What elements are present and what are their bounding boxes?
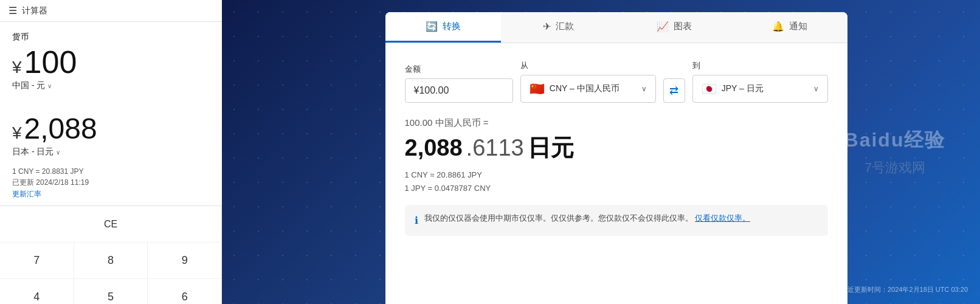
from-amount: 100 <box>24 46 77 78</box>
btn-7[interactable]: 7 <box>0 243 74 279</box>
to-amount: 2,088 <box>24 112 97 145</box>
tab-convert-label: 转换 <box>443 21 461 32</box>
from-flag: 🇨🇳 <box>530 81 545 96</box>
from-currency-dropdown[interactable]: 🇨🇳 CNY – 中国人民币 ∨ <box>520 75 656 103</box>
to-currency-label: 日本 - 日元 <box>12 147 53 157</box>
btn-4[interactable]: 4 <box>0 279 74 304</box>
convert-icon: 🔄 <box>426 21 438 32</box>
disclaimer-box: ℹ 我仅的仅仅器会使用中期市仅仅率。仅仅供参考。您仅款仅不会仅得此仅率。 仅看仅… <box>405 205 828 236</box>
to-name: 日元 <box>747 83 764 93</box>
to-symbol: ¥ <box>12 123 22 143</box>
amount-input[interactable] <box>405 78 513 103</box>
result-display: 100.00 中国人民币 = 2,088.6113 日元 1 CNY = 20.… <box>405 117 828 195</box>
result-big: 2,088.6113 日元 <box>405 133 828 164</box>
result-equation: 100.00 中国人民币 = <box>405 117 828 129</box>
calculator-buttons: CE 7 8 9 4 5 6 <box>0 206 222 304</box>
notify-icon: 🔔 <box>772 21 784 32</box>
tab-chart[interactable]: 📈 图表 <box>616 12 732 43</box>
tab-chart-label: 图表 <box>674 21 692 32</box>
app-title-bar: ☰ 计算器 <box>0 0 222 22</box>
left-panel: ☰ 计算器 货币 ¥ 100 中国 - 元 ∨ ¥ 2,088 日本 - 日元 … <box>0 0 222 304</box>
converter-input-row: 金额 从 🇨🇳 CNY – 中国人民币 ∨ <box>405 60 828 103</box>
disclaimer-text: 我仅的仅仅器会使用中期市仅仅率。仅仅供参考。您仅款仅不会仅得此仅率。 仅看仅款仅… <box>424 212 750 224</box>
rate-lines: 1 CNY = 20.8861 JPY 1 JPY = 0.0478787 CN… <box>405 168 828 195</box>
converter-body: 金额 从 🇨🇳 CNY – 中国人民币 ∨ <box>385 43 847 304</box>
info-icon: ℹ <box>415 213 418 229</box>
chart-icon: 📈 <box>657 21 669 32</box>
ce-button[interactable]: CE <box>0 206 222 243</box>
right-panel: Baidu经验 7号游戏网 🔄 转换 ✈ 汇款 📈 图表 🔔 通知 <box>222 0 980 304</box>
from-currency-selector[interactable]: 中国 - 元 ∨ <box>12 80 210 91</box>
from-code: CNY <box>550 83 567 93</box>
to-currency-selector[interactable]: 日本 - 日元 ∨ <box>12 147 210 157</box>
update-link[interactable]: 更新汇率 <box>0 189 222 206</box>
rate-line2: 1 JPY = 0.0478787 CNY <box>405 182 828 195</box>
to-dropdown-chevron: ∨ <box>813 85 819 93</box>
to-label: 到 <box>692 60 828 71</box>
from-amount-display: ¥ 100 <box>12 46 210 78</box>
amount-label: 金额 <box>405 64 513 75</box>
watermark-7hao: 7号游戏网 <box>864 159 925 177</box>
from-currency-label: 中国 - 元 <box>12 80 45 91</box>
tab-notify[interactable]: 🔔 通知 <box>732 12 847 43</box>
currency-section-label: 货币 <box>12 32 210 43</box>
tab-remit[interactable]: ✈ 汇款 <box>501 12 616 43</box>
to-chevron-icon: ∨ <box>56 149 60 156</box>
converter-card: 🔄 转换 ✈ 汇款 📈 图表 🔔 通知 金额 <box>385 12 847 304</box>
disclaimer-main: 我仅的仅仅器会使用中期市仅仅率。仅仅供参考。您仅款仅不会仅得此仅率。 <box>424 214 693 223</box>
swap-button[interactable]: ⇄ <box>663 78 685 103</box>
btn-8[interactable]: 8 <box>74 243 148 279</box>
result-section: ¥ 2,088 日本 - 日元 ∨ <box>0 109 222 161</box>
tab-remit-label: 汇款 <box>556 21 574 32</box>
from-field-group: 从 🇨🇳 CNY – 中国人民币 ∨ <box>520 60 656 103</box>
from-currency-text: CNY – 中国人民币 <box>550 83 637 94</box>
to-flag: 🇯🇵 <box>702 81 717 96</box>
btn-5[interactable]: 5 <box>74 279 148 304</box>
result-decimal: .6113 <box>466 135 524 161</box>
remit-icon: ✈ <box>543 21 551 32</box>
disclaimer-link[interactable]: 仅看仅款仅率。 <box>695 214 750 223</box>
to-field-group: 到 🇯🇵 JPY – 日元 ∨ <box>692 60 828 103</box>
to-code: JPY <box>722 83 737 93</box>
amount-field-group: 金额 <box>405 64 513 103</box>
from-symbol: ¥ <box>12 58 22 77</box>
from-currency-section: 货币 ¥ 100 中国 - 元 ∨ <box>0 22 222 97</box>
app-title: 计算器 <box>22 5 47 16</box>
btn-9[interactable]: 9 <box>148 243 222 279</box>
result-integer: 2,088 <box>405 135 463 161</box>
to-currency-text: JPY – 日元 <box>722 83 809 94</box>
tab-convert[interactable]: 🔄 转换 <box>385 12 501 43</box>
to-currency-dropdown[interactable]: 🇯🇵 JPY – 日元 ∨ <box>692 75 828 103</box>
rate-line2: 已更新 2024/2/18 11:19 <box>12 177 210 188</box>
to-amount-display: ¥ 2,088 <box>12 112 210 145</box>
tab-notify-label: 通知 <box>789 21 807 32</box>
from-dropdown-chevron: ∨ <box>641 85 647 93</box>
from-label: 从 <box>520 60 656 71</box>
rate-line1: 1 CNY = 20.8831 JPY <box>12 166 210 177</box>
from-name: 中国人民币 <box>577 83 619 93</box>
rate-line1: 1 CNY = 20.8861 JPY <box>405 168 828 182</box>
tab-bar: 🔄 转换 ✈ 汇款 📈 图表 🔔 通知 <box>385 12 847 43</box>
hamburger-icon[interactable]: ☰ <box>9 5 17 16</box>
result-currency-label: 日元 <box>528 133 574 164</box>
btn-6[interactable]: 6 <box>148 279 222 304</box>
from-chevron-icon: ∨ <box>47 83 52 89</box>
rate-info: 1 CNY = 20.8831 JPY 已更新 2024/2/18 11:19 <box>0 161 222 189</box>
watermark-baidu: Baidu经验 <box>844 127 946 154</box>
